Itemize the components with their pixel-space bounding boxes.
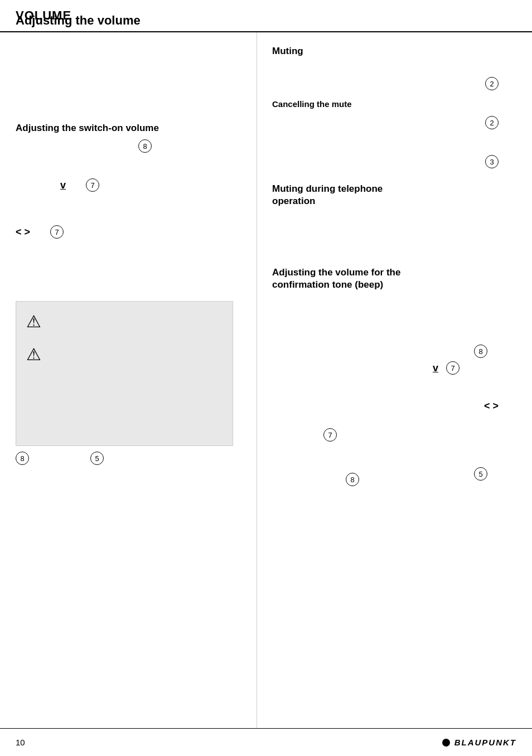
circle-2-mid: 2 (485, 116, 499, 129)
right-column: Muting 2 Cancelling the mute 2 3 Muting … (257, 32, 532, 728)
circle-8-right-top: 8 (474, 345, 487, 358)
circle-3: 3 (485, 155, 499, 168)
symbol-v: v (60, 180, 66, 191)
adjusting-volume-title: Adjusting the volume (16, 13, 241, 28)
circle-7a: 7 (86, 178, 99, 192)
symbol-arrows-row: < > 7 (16, 225, 241, 239)
right-symbol-v: v (433, 362, 438, 374)
warning-icon-2: ⚠ (26, 345, 223, 364)
muting-telephone-title: Muting during telephone operation (272, 183, 383, 207)
page-number: 10 (16, 738, 25, 747)
left-column: Adjusting the volume Adjusting the switc… (0, 0, 257, 258)
warning-box: ⚠ ⚠ (16, 301, 233, 446)
right-symbol-arrows: < > (484, 400, 499, 412)
below-warning-numbers: 8 5 (16, 452, 104, 465)
brand-name: BLAUPUNKT (454, 738, 516, 747)
circle-8-top: 8 (474, 345, 487, 358)
footer: 10 BLAUPUNKT (0, 728, 532, 756)
circle-3: 3 (485, 155, 499, 168)
symbol-arrows: < > (16, 226, 30, 238)
warning-icon-1: ⚠ (26, 312, 223, 331)
circle-2b: 2 (485, 116, 499, 129)
circle-5-bot: 5 (474, 467, 487, 481)
circle-7b: 7 (50, 225, 64, 239)
switchon-volume-title: Adjusting the switch-on volume (16, 123, 241, 134)
symbol-v-row: v 7 (60, 178, 241, 192)
circle-2-top: 2 (485, 77, 499, 90)
circle-8-switchon: 8 (138, 139, 152, 153)
cancelling-mute-label: Cancelling the mute (272, 99, 352, 109)
circle-7-sym: 7 (446, 361, 460, 375)
brand-dot-icon (442, 739, 450, 747)
switchon-section: Adjusting the switch-on volume 8 v 7 < >… (16, 123, 241, 239)
circle-7-mid: 7 (323, 428, 337, 442)
circle-5-below: 5 (90, 452, 104, 465)
muting-title: Muting (272, 46, 516, 57)
circle-2a: 2 (485, 77, 499, 90)
circle-8-bot: 8 (346, 473, 359, 486)
circle-7-mid: 7 (323, 428, 337, 442)
circle-5-bot: 5 (474, 467, 487, 481)
circle-8-below: 8 (16, 452, 29, 465)
confirm-tone-title: Adjusting the volume for the confirmatio… (272, 266, 400, 291)
brand-area: BLAUPUNKT (442, 738, 516, 747)
circle-8-bot: 8 (346, 473, 359, 486)
right-symbol-v-row: v 7 (433, 361, 460, 375)
right-arrows-row: < > (484, 400, 499, 412)
